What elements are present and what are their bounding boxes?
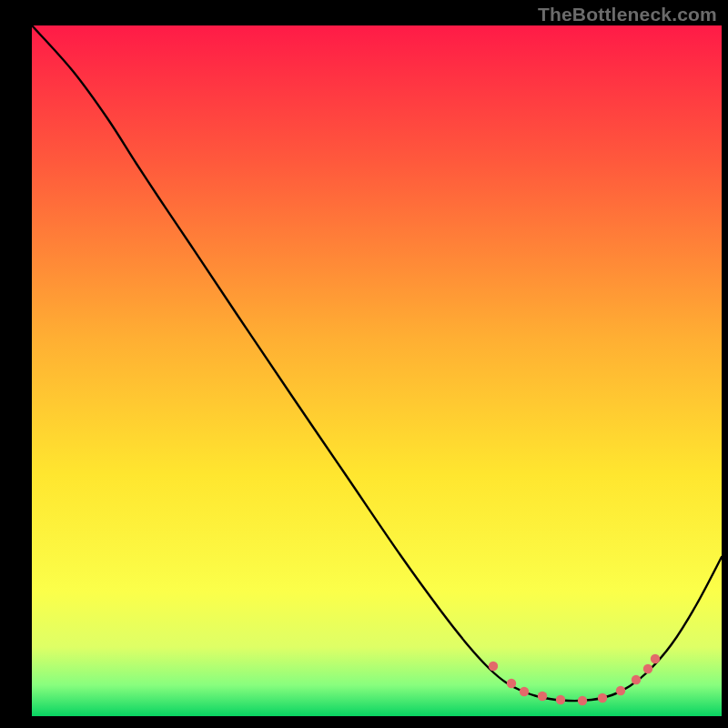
- curve-marker: [616, 686, 625, 695]
- curve-marker: [538, 692, 547, 701]
- curve-marker: [578, 696, 587, 705]
- curve-marker: [598, 693, 607, 703]
- gradient-background: [32, 25, 722, 716]
- curve-marker: [507, 679, 516, 688]
- curve-marker: [556, 695, 565, 704]
- curve-marker: [489, 662, 498, 671]
- curve-marker: [632, 675, 641, 684]
- curve-marker: [520, 687, 529, 696]
- curve-marker: [643, 664, 652, 673]
- chart-frame: { "watermark": "TheBottleneck.com", "cha…: [0, 0, 728, 728]
- bottleneck-chart: [0, 0, 728, 728]
- curve-marker: [651, 654, 660, 663]
